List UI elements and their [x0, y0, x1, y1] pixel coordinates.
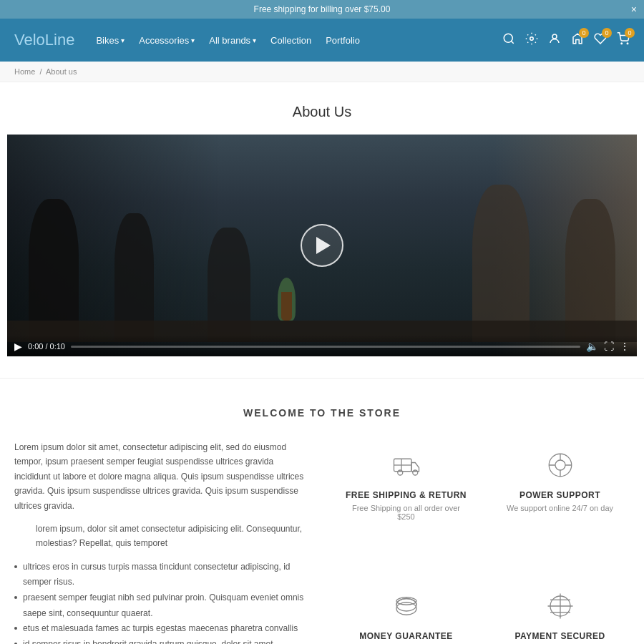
money-title: MONEY GUARANTEE [343, 631, 469, 641]
video-controls: ▶ 0:00 / 0:10 🔈 ⛶ ⋮ [7, 335, 637, 356]
feature-money: MONEY GUARANTEE 25 days money back guara… [336, 581, 476, 644]
chevron-down-icon: ▾ [253, 36, 256, 44]
features-grid: FREE SHIPPING & RETURN Free Shipping on … [336, 440, 630, 644]
chevron-down-icon: ▾ [191, 36, 195, 44]
nav-collection[interactable]: Collection [270, 35, 311, 46]
feature-shipping: FREE SHIPPING & RETURN Free Shipping on … [336, 440, 476, 567]
list-item: etus et malesuada fames ac turpis egesta… [14, 621, 308, 637]
support-desc: We support online 24/7 on day [497, 504, 623, 512]
top-banner: Free shipping for billing over $75.00 × [0, 0, 644, 19]
video-right-controls: 🔈 ⛶ ⋮ [586, 341, 630, 352]
banner-text: Free shipping for billing over $75.00 [254, 4, 391, 14]
logo-first: Velo [14, 31, 45, 49]
breadcrumb-current: About us [46, 67, 77, 76]
list-item: id semper risus in hendrerit gravida rut… [14, 637, 308, 644]
welcome-section: WELCOME TO THE STORE Lorem ipsum dolor s… [0, 378, 644, 644]
list-item: ultrices eros in cursus turpis massa tin… [14, 560, 308, 590]
play-triangle-icon [316, 237, 331, 254]
list-item: praesent semper feugiat nibh sed pulvina… [14, 590, 308, 621]
breadcrumb: Home / About us [0, 62, 644, 82]
money-icon [343, 588, 469, 624]
more-options-icon[interactable]: ⋮ [620, 341, 630, 352]
logo[interactable]: VeloLine [14, 31, 74, 49]
video-player[interactable]: ▶ 0:00 / 0:10 🔈 ⛶ ⋮ [7, 135, 637, 356]
svg-point-4 [621, 43, 623, 44]
account-icon[interactable] [548, 32, 561, 49]
support-icon [497, 447, 623, 483]
feature-payment: PAYMENT SECURED All payment secured and … [490, 581, 630, 644]
svg-point-12 [555, 460, 565, 470]
header-icons: 0 0 0 [502, 32, 630, 49]
banner-close-button[interactable]: × [631, 4, 637, 15]
svg-point-8 [412, 470, 417, 475]
feature-support: POWER SUPPORT We support online 24/7 on … [490, 440, 630, 567]
search-icon[interactable] [502, 32, 515, 49]
video-time: 0:00 / 0:10 [28, 342, 65, 351]
compare-icon[interactable]: 0 [571, 32, 584, 49]
welcome-content: Lorem ipsum dolor sit amet, consectetur … [14, 440, 630, 644]
video-play-control[interactable]: ▶ [14, 341, 22, 352]
welcome-list: ultrices eros in cursus turpis massa tin… [14, 560, 308, 644]
video-progress-bar[interactable] [71, 346, 580, 348]
welcome-text-block: Lorem ipsum dolor sit amet, consectetur … [14, 440, 308, 644]
shipping-title: FREE SHIPPING & RETURN [343, 490, 469, 500]
logo-second: Line [45, 31, 75, 49]
svg-point-2 [530, 36, 534, 40]
nav-bikes[interactable]: Bikes ▾ [96, 35, 125, 46]
svg-point-0 [504, 34, 512, 42]
settings-icon[interactable] [525, 32, 538, 49]
nav-accessories[interactable]: Accessories ▾ [139, 35, 195, 46]
video-overlay [7, 135, 637, 356]
svg-point-5 [627, 43, 628, 44]
page-title: About Us [0, 82, 644, 135]
nav-portfolio[interactable]: Portfolio [326, 35, 360, 46]
svg-line-1 [511, 41, 513, 43]
breadcrumb-home[interactable]: Home [14, 67, 35, 76]
play-button[interactable] [301, 224, 343, 267]
shipping-icon [343, 447, 469, 483]
cart-icon[interactable]: 0 [617, 32, 630, 49]
svg-point-7 [397, 470, 402, 475]
volume-icon[interactable]: 🔈 [586, 341, 598, 352]
payment-title: PAYMENT SECURED [497, 631, 623, 641]
wishlist-icon[interactable]: 0 [594, 32, 607, 49]
support-title: POWER SUPPORT [497, 490, 623, 500]
chevron-down-icon: ▾ [121, 36, 125, 44]
main-nav: Bikes ▾ Accessories ▾ All brands ▾ Colle… [96, 35, 502, 46]
nav-allbrands[interactable]: All brands ▾ [209, 35, 256, 46]
fullscreen-icon[interactable]: ⛶ [604, 341, 614, 352]
welcome-paragraph-2: lorem ipsum, dolor sit amet consectetur … [14, 522, 308, 551]
welcome-paragraph-1: Lorem ipsum dolor sit amet, consectetur … [14, 440, 308, 513]
compare-badge: 0 [579, 28, 589, 38]
payment-icon [497, 588, 623, 624]
shipping-desc: Free Shipping on all order over $250 [343, 504, 469, 521]
wishlist-badge: 0 [602, 28, 612, 38]
header: VeloLine Bikes ▾ Accessories ▾ All brand… [0, 19, 644, 62]
cart-badge: 0 [625, 28, 635, 38]
svg-point-3 [552, 34, 557, 39]
welcome-title: WELCOME TO THE STORE [14, 407, 630, 419]
